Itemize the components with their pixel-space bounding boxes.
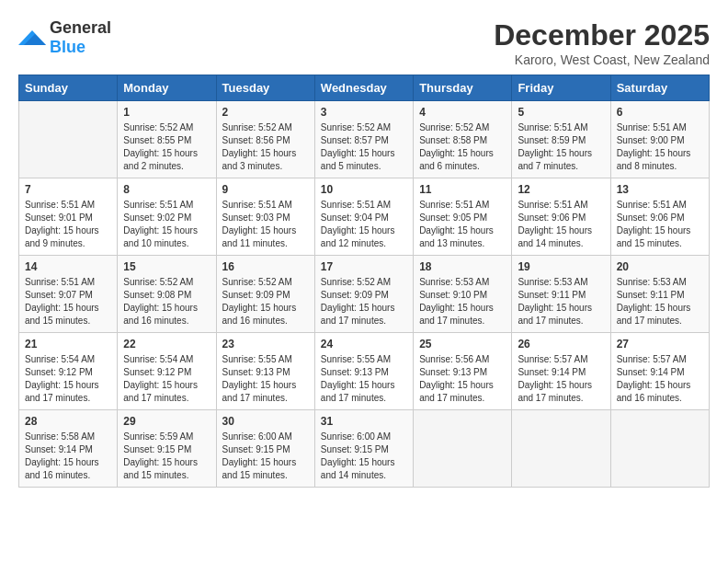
cell-content: Sunrise: 5:53 AMSunset: 9:11 PMDaylight:… xyxy=(518,276,604,327)
calendar-cell: 23Sunrise: 5:55 AMSunset: 9:13 PMDayligh… xyxy=(216,333,314,410)
day-number: 13 xyxy=(617,183,703,196)
day-number: 23 xyxy=(222,338,309,350)
calendar-cell: 14Sunrise: 5:51 AMSunset: 9:07 PMDayligh… xyxy=(19,256,118,333)
calendar-cell: 17Sunrise: 5:52 AMSunset: 9:09 PMDayligh… xyxy=(314,256,413,333)
cell-line: Sunrise: 5:56 AM xyxy=(419,354,489,364)
cell-content: Sunrise: 5:51 AMSunset: 9:07 PMDaylight:… xyxy=(25,276,111,327)
day-number: 27 xyxy=(617,338,703,350)
cell-line: and 11 minutes. xyxy=(222,238,288,248)
cell-line: Daylight: 15 hours xyxy=(321,303,395,313)
cell-line: and 10 minutes. xyxy=(123,238,188,248)
cell-line: Sunrise: 5:57 AM xyxy=(617,354,687,364)
calendar-week-row: 14Sunrise: 5:51 AMSunset: 9:07 PMDayligh… xyxy=(19,256,710,333)
calendar-cell: 26Sunrise: 5:57 AMSunset: 9:14 PMDayligh… xyxy=(512,333,610,410)
calendar-cell: 5Sunrise: 5:51 AMSunset: 8:59 PMDaylight… xyxy=(512,101,610,178)
calendar-cell: 24Sunrise: 5:55 AMSunset: 9:13 PMDayligh… xyxy=(314,333,413,410)
cell-line: Sunrise: 5:52 AM xyxy=(222,277,292,287)
cell-line: Daylight: 15 hours xyxy=(321,380,395,390)
weekday-header-sunday: Sunday xyxy=(19,75,118,101)
cell-line: Sunset: 9:12 PM xyxy=(25,367,93,377)
cell-line: and 8 minutes. xyxy=(617,161,677,171)
cell-line: Sunset: 9:07 PM xyxy=(25,290,93,300)
cell-line: Sunset: 8:58 PM xyxy=(419,135,487,145)
cell-line: Daylight: 15 hours xyxy=(123,148,198,158)
cell-line: and 17 minutes. xyxy=(518,393,583,403)
cell-line: Sunrise: 5:53 AM xyxy=(617,277,687,287)
cell-line: Sunset: 9:06 PM xyxy=(617,213,685,223)
page-header: General Blue December 2025 Karoro, West … xyxy=(18,18,710,67)
cell-line: Sunrise: 5:51 AM xyxy=(617,200,687,210)
cell-line: and 17 minutes. xyxy=(321,316,386,326)
cell-line: Sunrise: 5:51 AM xyxy=(518,122,587,132)
cell-line: Sunset: 9:14 PM xyxy=(25,444,93,454)
cell-line: and 17 minutes. xyxy=(419,316,484,326)
cell-line: Sunrise: 5:51 AM xyxy=(518,200,587,210)
cell-line: and 2 minutes. xyxy=(123,161,184,171)
cell-line: Daylight: 15 hours xyxy=(25,225,99,236)
cell-line: Daylight: 15 hours xyxy=(419,303,494,313)
calendar-cell: 25Sunrise: 5:56 AMSunset: 9:13 PMDayligh… xyxy=(414,333,512,410)
cell-line: Daylight: 15 hours xyxy=(419,148,494,158)
cell-line: Sunset: 8:59 PM xyxy=(518,135,586,145)
day-number: 9 xyxy=(222,183,309,196)
cell-line: Sunset: 9:11 PM xyxy=(617,290,685,300)
day-number: 25 xyxy=(419,338,506,350)
day-number: 16 xyxy=(222,260,309,273)
location-title: Karoro, West Coast, New Zealand xyxy=(494,52,710,67)
cell-content: Sunrise: 5:52 AMSunset: 8:56 PMDaylight:… xyxy=(222,121,309,173)
cell-line: and 3 minutes. xyxy=(222,161,283,171)
cell-line: and 14 minutes. xyxy=(518,238,583,248)
calendar-cell xyxy=(19,101,118,178)
calendar-cell: 15Sunrise: 5:52 AMSunset: 9:08 PMDayligh… xyxy=(118,256,216,333)
calendar-cell xyxy=(610,410,709,488)
cell-line: and 15 minutes. xyxy=(222,470,288,480)
logo-general: General xyxy=(50,18,111,37)
calendar-week-row: 21Sunrise: 5:54 AMSunset: 9:12 PMDayligh… xyxy=(19,333,710,410)
cell-content: Sunrise: 5:52 AMSunset: 9:09 PMDaylight:… xyxy=(321,276,407,327)
cell-line: Daylight: 15 hours xyxy=(123,380,198,390)
cell-content: Sunrise: 5:52 AMSunset: 9:09 PMDaylight:… xyxy=(222,276,309,327)
calendar-cell: 7Sunrise: 5:51 AMSunset: 9:01 PMDaylight… xyxy=(19,178,118,256)
cell-line: Sunrise: 6:00 AM xyxy=(321,431,391,442)
cell-line: Sunset: 9:13 PM xyxy=(222,367,290,377)
cell-content: Sunrise: 5:55 AMSunset: 9:13 PMDaylight:… xyxy=(321,353,407,405)
day-number: 19 xyxy=(518,260,604,273)
day-number: 22 xyxy=(123,338,210,350)
cell-line: and 14 minutes. xyxy=(321,470,386,480)
calendar-cell: 20Sunrise: 5:53 AMSunset: 9:11 PMDayligh… xyxy=(610,256,709,333)
cell-content: Sunrise: 5:51 AMSunset: 8:59 PMDaylight:… xyxy=(518,121,604,173)
cell-line: Sunset: 9:14 PM xyxy=(518,367,586,377)
month-title: December 2025 xyxy=(494,18,710,52)
cell-line: Sunset: 9:09 PM xyxy=(321,290,389,300)
cell-line: Daylight: 15 hours xyxy=(222,303,297,313)
cell-line: Daylight: 15 hours xyxy=(321,225,395,236)
cell-line: Sunset: 9:02 PM xyxy=(123,213,191,223)
cell-line: Daylight: 15 hours xyxy=(617,380,691,390)
cell-line: Sunrise: 6:00 AM xyxy=(222,431,292,442)
cell-line: Daylight: 15 hours xyxy=(222,380,297,390)
logo: General Blue xyxy=(18,18,111,57)
day-number: 21 xyxy=(25,338,111,350)
cell-line: Sunset: 9:04 PM xyxy=(321,213,389,223)
cell-content: Sunrise: 5:55 AMSunset: 9:13 PMDaylight:… xyxy=(222,353,309,405)
cell-content: Sunrise: 5:54 AMSunset: 9:12 PMDaylight:… xyxy=(123,353,210,405)
cell-line: Daylight: 15 hours xyxy=(419,380,494,390)
calendar-cell: 19Sunrise: 5:53 AMSunset: 9:11 PMDayligh… xyxy=(512,256,610,333)
cell-line: Sunrise: 5:55 AM xyxy=(321,354,391,364)
weekday-header-monday: Monday xyxy=(118,75,216,101)
cell-line: and 16 minutes. xyxy=(25,470,90,480)
cell-line: Sunrise: 5:52 AM xyxy=(419,122,489,132)
cell-line: Sunset: 8:56 PM xyxy=(222,135,290,145)
cell-line: Sunrise: 5:57 AM xyxy=(518,354,587,364)
cell-line: and 15 minutes. xyxy=(25,316,90,326)
calendar-cell: 3Sunrise: 5:52 AMSunset: 8:57 PMDaylight… xyxy=(314,101,413,178)
cell-line: Sunrise: 5:59 AM xyxy=(123,431,193,442)
cell-line: Sunset: 8:55 PM xyxy=(123,135,191,145)
cell-line: Sunset: 9:13 PM xyxy=(419,367,487,377)
cell-line: Sunset: 9:15 PM xyxy=(123,444,191,454)
cell-content: Sunrise: 5:57 AMSunset: 9:14 PMDaylight:… xyxy=(518,353,604,405)
cell-line: Daylight: 15 hours xyxy=(321,457,395,467)
cell-content: Sunrise: 5:52 AMSunset: 9:08 PMDaylight:… xyxy=(123,276,210,327)
calendar-cell: 8Sunrise: 5:51 AMSunset: 9:02 PMDaylight… xyxy=(118,178,216,256)
cell-line: Daylight: 15 hours xyxy=(222,225,297,236)
